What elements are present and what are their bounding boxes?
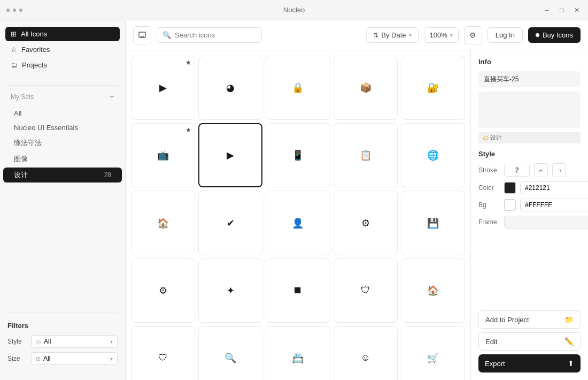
icon-cell[interactable]: ✦ xyxy=(198,259,262,323)
color-hex-input[interactable] xyxy=(520,181,588,194)
icon-cell[interactable]: 👤 xyxy=(266,191,330,255)
sidebar-set-design[interactable]: 设计 28 xyxy=(3,168,122,183)
sidebar-set-nucleo-ui[interactable]: Nucleo UI Essentials xyxy=(3,121,122,134)
icon-glyph: 💾 xyxy=(427,217,439,229)
frame-input[interactable] xyxy=(504,216,588,229)
sidebar-item-projects[interactable]: 🗂 Projects xyxy=(5,58,120,72)
settings-button[interactable]: ⚙ xyxy=(464,26,482,44)
app-body: ⊞ All Icons ☆ Favorites 🗂 Projects My Se… xyxy=(0,20,588,380)
icon-preview xyxy=(478,92,581,128)
buy-button[interactable]: Buy Icons xyxy=(528,27,581,43)
sidebar-set-all[interactable]: All xyxy=(3,107,122,120)
folder-add-icon: 📁 xyxy=(564,315,574,324)
export-button[interactable]: Export ⬆ xyxy=(478,354,581,373)
icon-glyph: 🛡 xyxy=(158,352,168,363)
icon-cell[interactable]: ★📺 xyxy=(131,123,195,187)
sidebar-set-1[interactable]: 懂法守法 xyxy=(3,135,122,150)
my-sets-label: My Sets xyxy=(11,93,34,101)
icon-cell[interactable]: 🛡 xyxy=(334,259,398,323)
minimize-button[interactable]: – xyxy=(542,5,552,15)
icon-cell[interactable]: 🔍 xyxy=(198,326,262,380)
star-icon: ☆ xyxy=(11,45,17,54)
icon-cell[interactable]: 💾 xyxy=(401,191,465,255)
icon-glyph: 🔍 xyxy=(225,352,236,364)
icon-cell[interactable]: 🏠 xyxy=(401,259,465,323)
sidebar-item-label: All Icons xyxy=(21,30,47,38)
icon-cell[interactable]: 📇 xyxy=(266,326,330,380)
style-filter-value: All xyxy=(44,338,51,345)
icon-glyph: 📦 xyxy=(360,82,372,94)
sidebar-item-label: Projects xyxy=(22,61,47,69)
size-filter-select[interactable]: ⊞ All ▾ xyxy=(31,352,118,365)
icon-cell[interactable]: 📋 xyxy=(334,123,398,187)
favorite-star-icon: ★ xyxy=(185,126,191,134)
stroke-input[interactable] xyxy=(504,164,530,177)
corner-round-button[interactable]: ⌐ xyxy=(534,163,548,177)
icon-glyph: 📺 xyxy=(157,149,169,161)
color-swatch[interactable] xyxy=(504,182,516,194)
chevron-down-icon: ▾ xyxy=(450,32,453,38)
icon-glyph: ◕ xyxy=(226,82,235,94)
login-button[interactable]: Log In xyxy=(488,27,523,43)
maximize-button[interactable]: □ xyxy=(557,5,567,15)
set-label: 懂法守法 xyxy=(14,138,42,148)
edit-button[interactable]: Edit ✏️ xyxy=(478,332,581,351)
buy-label: Buy Icons xyxy=(543,31,573,39)
icon-cell[interactable]: 🔐 xyxy=(401,56,465,120)
icon-cell[interactable]: ⏹ xyxy=(266,259,330,323)
icon-name-field[interactable] xyxy=(478,71,581,87)
set-label: Nucleo UI Essentials xyxy=(14,124,78,132)
icon-cell[interactable]: ⚙ xyxy=(334,191,398,255)
icon-cell[interactable]: 🛒 xyxy=(401,326,465,380)
icon-glyph: ✦ xyxy=(227,285,235,297)
chevron-down-icon: ▾ xyxy=(409,32,412,38)
stroke-row: Stroke ⌐ ¬ xyxy=(478,163,581,177)
add-to-project-button[interactable]: Add to Project 📁 xyxy=(478,310,581,329)
right-panel: Info 🏷 设计 Style Stroke ⌐ ¬ xyxy=(470,50,588,380)
icon-glyph: ☺ xyxy=(361,352,370,363)
icon-cell[interactable]: 🏠 xyxy=(131,191,195,255)
sort-button[interactable]: ⇅ By Date ▾ xyxy=(366,27,418,43)
style-filter-label: Style xyxy=(7,338,27,345)
icon-glyph: 👤 xyxy=(292,217,304,229)
frame-label: Frame xyxy=(478,218,500,226)
style-filter-icon: ◎ xyxy=(36,338,41,345)
icon-cell[interactable]: 📱 xyxy=(266,123,330,187)
bg-swatch[interactable] xyxy=(504,199,516,211)
icon-glyph: 📋 xyxy=(360,149,372,161)
icon-glyph: 📱 xyxy=(292,149,304,161)
sidebar-item-all-icons[interactable]: ⊞ All Icons xyxy=(5,27,120,41)
sort-label: By Date xyxy=(381,31,406,39)
size-filter-value: All xyxy=(43,355,50,362)
size-filter-icon: ⊞ xyxy=(36,355,41,362)
icon-cell[interactable]: 🔒 xyxy=(266,56,330,120)
zoom-button[interactable]: 100% ▾ xyxy=(424,27,459,43)
icon-cell[interactable]: ★▶ xyxy=(131,56,195,120)
close-button[interactable]: ✕ xyxy=(572,5,582,15)
icon-cell[interactable]: ✔ xyxy=(198,191,262,255)
import-button[interactable] xyxy=(133,26,151,44)
corner-sharp-button[interactable]: ¬ xyxy=(552,163,566,177)
size-filter-row: Size ⊞ All ▾ xyxy=(7,352,118,365)
icon-cell[interactable]: 🛡 xyxy=(131,326,195,380)
icon-cell[interactable]: 📦 xyxy=(334,56,398,120)
style-section: Style Stroke ⌐ ¬ Color + xyxy=(478,150,581,233)
icon-cell[interactable]: ⚙ xyxy=(131,259,195,323)
icon-cell[interactable]: ▶ xyxy=(198,123,262,187)
search-box[interactable]: 🔍 xyxy=(157,27,262,43)
icon-cell[interactable]: ☺ xyxy=(334,326,398,380)
info-title: Info xyxy=(478,58,581,66)
window-controls[interactable]: – □ ✕ xyxy=(542,5,582,15)
dot1 xyxy=(6,9,10,12)
icon-cell[interactable]: 🌐 xyxy=(401,123,465,187)
style-filter-select[interactable]: ◎ All ▾ xyxy=(31,335,118,348)
bg-hex-input[interactable] xyxy=(520,199,588,211)
dot3 xyxy=(19,9,22,12)
icon-cell[interactable]: ◕ xyxy=(198,56,262,120)
search-input[interactable] xyxy=(175,31,256,39)
icon-glyph: ▶ xyxy=(159,82,167,94)
sidebar-set-2[interactable]: 图像 xyxy=(3,151,122,166)
stroke-label: Stroke xyxy=(478,166,500,174)
sidebar-item-favorites[interactable]: ☆ Favorites xyxy=(5,42,120,57)
add-set-button[interactable]: + xyxy=(110,92,114,102)
